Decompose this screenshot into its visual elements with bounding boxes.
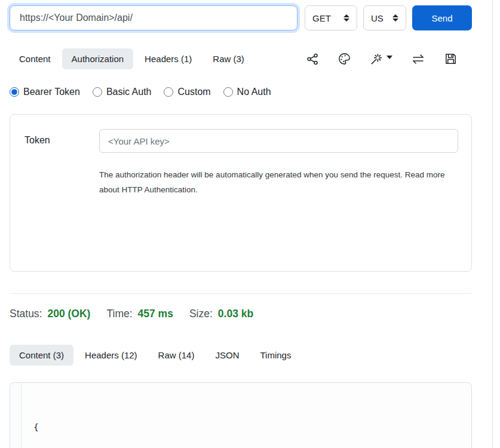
size-value: 0.03 kb bbox=[218, 308, 253, 320]
send-button[interactable]: Send bbox=[412, 5, 472, 30]
save-icon[interactable] bbox=[444, 52, 458, 66]
radio-bearer-token[interactable]: Bearer Token bbox=[10, 87, 80, 97]
request-bar: GET US Send bbox=[10, 5, 472, 30]
url-input[interactable] bbox=[10, 5, 297, 30]
response-json-code: { "message": "API running." } bbox=[22, 383, 185, 448]
status-stat: Status: 200 (OK) bbox=[10, 308, 90, 320]
code-gutter bbox=[10, 383, 22, 448]
method-select[interactable]: GET bbox=[305, 5, 357, 30]
region-select[interactable]: US bbox=[363, 5, 406, 30]
response-body-panel: { "message": "API running." } bbox=[10, 382, 472, 448]
resp-tab-timings[interactable]: Timings bbox=[250, 345, 300, 366]
radio-no-auth-input[interactable] bbox=[223, 87, 233, 97]
main-content: GET US Send Content Authorization Header… bbox=[0, 0, 472, 448]
request-tabs-row: Content Authorization Headers (1) Raw (3… bbox=[10, 48, 472, 69]
code-line-open: { bbox=[33, 420, 185, 435]
radio-no-auth[interactable]: No Auth bbox=[223, 87, 271, 97]
radio-bearer-token-label: Bearer Token bbox=[23, 87, 80, 97]
radio-bearer-token-input[interactable] bbox=[10, 87, 19, 97]
resp-tab-json[interactable]: JSON bbox=[205, 345, 249, 366]
chevron-down-icon bbox=[386, 56, 392, 59]
size-stat: Size: 0.03 kb bbox=[189, 308, 253, 320]
share-icon[interactable] bbox=[306, 53, 319, 66]
token-column: The authorization header will be automat… bbox=[99, 129, 458, 271]
resp-tab-content[interactable]: Content (3) bbox=[10, 345, 73, 366]
request-toolbar bbox=[306, 52, 472, 66]
radio-custom[interactable]: Custom bbox=[164, 87, 210, 97]
token-input[interactable] bbox=[99, 129, 458, 153]
radio-no-auth-label: No Auth bbox=[237, 87, 271, 97]
tab-raw[interactable]: Raw (3) bbox=[203, 48, 254, 69]
radio-custom-label: Custom bbox=[177, 87, 210, 97]
magic-wand-icon[interactable] bbox=[370, 52, 392, 66]
region-select-value: US bbox=[371, 13, 384, 23]
size-label: Size: bbox=[189, 308, 213, 320]
radio-basic-auth-label: Basic Auth bbox=[106, 87, 152, 97]
auth-help-text: The authorization header will be automat… bbox=[99, 167, 452, 197]
status-value: 200 (OK) bbox=[47, 308, 90, 320]
token-label: Token bbox=[24, 129, 99, 271]
section-divider bbox=[10, 293, 472, 294]
response-tabs-row: Content (3) Headers (12) Raw (14) JSON T… bbox=[10, 345, 472, 366]
resp-tab-headers[interactable]: Headers (12) bbox=[75, 345, 147, 366]
tab-headers[interactable]: Headers (1) bbox=[135, 48, 201, 69]
status-label: Status: bbox=[10, 308, 42, 320]
time-value: 457 ms bbox=[138, 308, 173, 320]
time-stat: Time: 457 ms bbox=[106, 308, 173, 320]
select-arrows-icon bbox=[392, 14, 398, 22]
auth-panel: Token The authorization header will be a… bbox=[10, 114, 472, 272]
resp-tab-raw[interactable]: Raw (14) bbox=[149, 345, 204, 366]
tab-content[interactable]: Content bbox=[10, 48, 60, 69]
radio-basic-auth-input[interactable] bbox=[93, 87, 102, 97]
palette-icon[interactable] bbox=[338, 52, 351, 66]
method-select-value: GET bbox=[312, 13, 331, 23]
time-label: Time: bbox=[106, 308, 132, 320]
swap-arrows-icon[interactable] bbox=[411, 52, 425, 66]
radio-custom-input[interactable] bbox=[164, 87, 173, 97]
select-arrows-icon bbox=[343, 14, 349, 22]
auth-type-options: Bearer Token Basic Auth Custom No Auth bbox=[10, 87, 472, 97]
radio-basic-auth[interactable]: Basic Auth bbox=[93, 87, 152, 97]
tab-authorization[interactable]: Authorization bbox=[62, 48, 134, 69]
scrollbar-track[interactable] bbox=[492, 0, 493, 448]
response-status-row: Status: 200 (OK) Time: 457 ms Size: 0.03… bbox=[10, 308, 472, 320]
